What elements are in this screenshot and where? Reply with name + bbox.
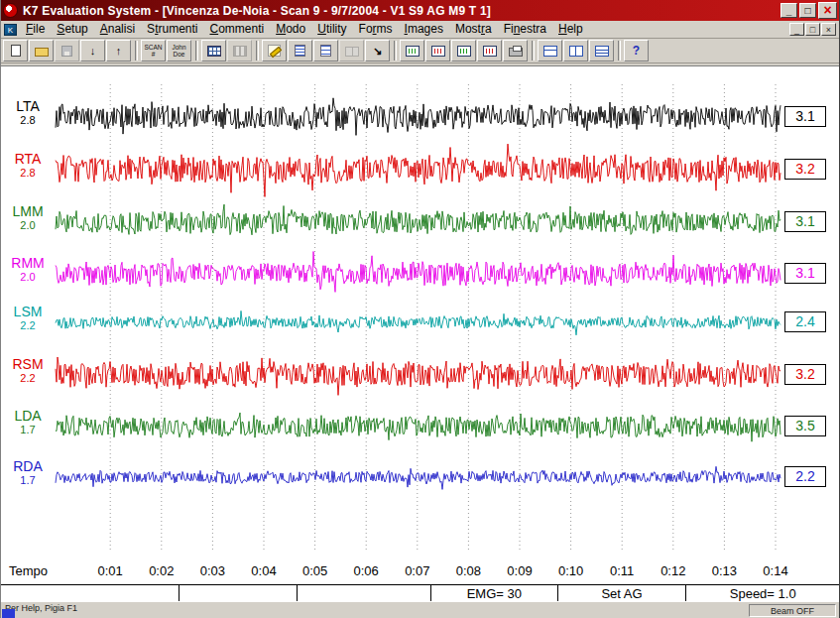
context-help-button[interactable]: [624, 40, 649, 62]
beam-status: Beam OFF: [749, 604, 836, 617]
trace-name: RDA: [3, 458, 53, 474]
app-window: K7 Evaluation System - [Vincenza De-Noia…: [0, 0, 840, 618]
table-layout-2-button[interactable]: [563, 40, 588, 62]
menu-commenti[interactable]: Commenti: [203, 21, 270, 38]
time-tick-0-13: 0:13: [704, 563, 744, 578]
table-layout-1-button[interactable]: [538, 40, 562, 62]
plot-area: LTA2.83.1RTA2.83.2LMM2.03.1RMM2.03.1LSM2…: [1, 66, 839, 557]
book-button[interactable]: [339, 40, 364, 62]
trace-label-lda: LDA1.7: [3, 408, 53, 435]
time-tick-0-14: 0:14: [756, 563, 795, 578]
window-title: K7 Evaluation System - [Vincenza De-Noia…: [23, 4, 779, 18]
toolbar-separator: [394, 41, 397, 61]
trace-wave-lsm: [56, 310, 780, 334]
trace-name: RMM: [3, 255, 53, 271]
john-doe-button[interactable]: John Doe: [167, 40, 191, 62]
trace-name: LDA: [3, 408, 53, 424]
trace-wave-rmm: [56, 252, 780, 293]
time-tick-0-10: 0:10: [551, 563, 591, 578]
toolbar-separator: [618, 41, 621, 61]
menu-setup[interactable]: Setup: [51, 21, 93, 38]
trace-wave-lmm: [56, 204, 780, 235]
trace-label-rta: RTA2.8: [3, 151, 53, 179]
trace-value-lda: 3.5: [784, 416, 826, 436]
trace-value-lta: 3.1: [784, 106, 826, 127]
table-icon: [543, 46, 557, 57]
minimize-button[interactable]: _: [780, 3, 797, 18]
trace-value-lsm: 2.4: [784, 311, 826, 332]
menu-strumenti[interactable]: Strumenti: [141, 21, 203, 38]
help-icon: [629, 45, 645, 58]
book-icon: [345, 47, 359, 57]
close-button[interactable]: ×: [818, 2, 837, 19]
trace-name: LTA: [3, 98, 53, 114]
emg-value: EMG= 30: [431, 585, 558, 601]
john-doe-button-label: John Doe: [172, 44, 185, 59]
menu-finestra[interactable]: Finestra: [498, 21, 552, 38]
menu-file[interactable]: File: [20, 21, 51, 38]
menu-forms[interactable]: Forms: [353, 21, 399, 38]
info-row: EMG= 30 Set AG Speed= 1.0: [1, 584, 839, 601]
trace-window-2-button[interactable]: [425, 40, 450, 62]
time-tick-0-01: 0:01: [90, 563, 130, 578]
trace-window-1-button[interactable]: [400, 40, 424, 62]
trace-name: RTA: [3, 151, 53, 167]
arrow-up-icon: [111, 45, 127, 58]
new-button[interactable]: [3, 40, 28, 62]
info-cell-empty-2: [180, 585, 299, 601]
time-axis-label: Tempo: [9, 563, 48, 578]
table2-icon: [569, 46, 583, 57]
document-icon: K: [4, 24, 17, 36]
monitor-green2-icon: [457, 46, 471, 57]
time-tick-0-05: 0:05: [296, 563, 335, 578]
menu-mostra[interactable]: Mostra: [449, 21, 498, 38]
trace-value-rta: 3.2: [784, 159, 826, 180]
save-button[interactable]: [55, 40, 79, 62]
pointer-button[interactable]: [365, 40, 390, 62]
table-layout-3-button[interactable]: [589, 40, 614, 62]
trace-value-rsm: 3.2: [784, 364, 826, 385]
time-tick-0-09: 0:09: [500, 563, 540, 578]
scroll-down-button[interactable]: [80, 40, 105, 62]
menu-items: FileSetupAnalisiStrumentiCommentiModoUti…: [20, 21, 788, 38]
status-bar: Per Help, Pigia F1 Beam OFF: [1, 601, 839, 618]
time-tick-0-08: 0:08: [448, 563, 488, 578]
time-tick-0-12: 0:12: [654, 563, 693, 578]
trace-window-4-button[interactable]: [477, 40, 502, 62]
trace-wave-rda: [56, 466, 780, 489]
open-folder-icon: [35, 48, 49, 57]
set-ag-value: Set AG: [558, 585, 687, 601]
edit-comment-button[interactable]: [262, 40, 287, 62]
menu-bar: K FileSetupAnalisiStrumentiCommentiModoU…: [1, 21, 839, 39]
report-2-button[interactable]: [313, 40, 338, 62]
scan-number-button[interactable]: SCAN #: [141, 40, 166, 62]
trace-gain: 2.8: [3, 114, 53, 126]
report-1-button[interactable]: [288, 40, 312, 62]
trace-value-rmm: 3.1: [784, 263, 826, 284]
trace-gain: 2.2: [3, 372, 53, 384]
open-button[interactable]: [29, 40, 54, 62]
doc-blue2-icon: [320, 45, 331, 57]
menu-help[interactable]: Help: [552, 21, 589, 38]
trace-gain: 2.2: [3, 319, 53, 331]
trace-gain: 1.7: [3, 474, 53, 486]
menu-analisi[interactable]: Analisi: [94, 21, 141, 38]
menu-images[interactable]: Images: [399, 21, 449, 38]
trace-name: RSM: [3, 356, 53, 372]
trace-value-lmm: 3.1: [784, 211, 826, 232]
print-button[interactable]: [503, 40, 528, 62]
trace-window-3-button[interactable]: [451, 40, 476, 62]
grid-view-button[interactable]: [201, 40, 226, 62]
menu-modo[interactable]: Modo: [270, 21, 311, 38]
mdi-restore-button[interactable]: □: [805, 23, 820, 36]
scroll-up-button[interactable]: [106, 40, 131, 62]
mdi-minimize-button[interactable]: _: [789, 23, 804, 36]
menu-utility[interactable]: Utility: [311, 21, 352, 38]
restore-button[interactable]: □: [799, 3, 816, 18]
time-axis: Tempo 0:010:020:030:040:050:060:070:080:…: [1, 557, 839, 584]
chart-view-button[interactable]: [227, 40, 252, 62]
trace-wave-rta: [56, 144, 780, 196]
mdi-close-button[interactable]: ×: [821, 23, 836, 36]
trace-gain: 2.0: [3, 271, 53, 283]
arrow-down-icon: [85, 45, 101, 58]
